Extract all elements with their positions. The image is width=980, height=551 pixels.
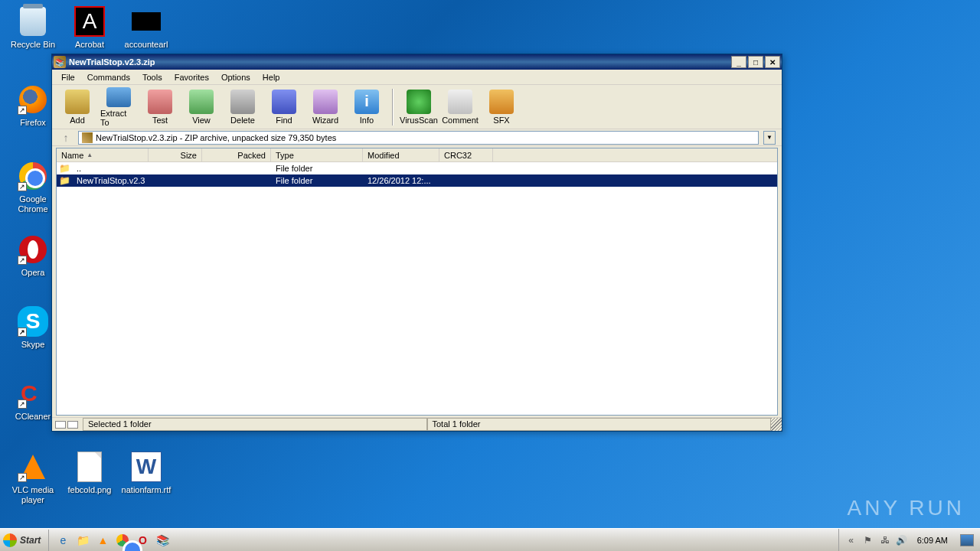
icon-label: febcold.png: [63, 485, 116, 495]
menu-commands[interactable]: Commands: [81, 71, 136, 83]
comment-icon: [448, 90, 472, 114]
menu-file[interactable]: File: [55, 71, 81, 83]
file-icon: [131, 6, 162, 37]
column-type[interactable]: Type: [271, 148, 363, 161]
maximize-button[interactable]: □: [748, 56, 763, 68]
path-input[interactable]: NewTrialStop.v2.3.zip - ZIP archive, unp…: [78, 131, 759, 145]
row-name: NewTrialStop.v2.3: [72, 176, 149, 185]
watermark: ANY RUN: [847, 496, 965, 520]
wizard-icon: [313, 90, 338, 114]
icon-label: Recycle Bin: [6, 40, 60, 50]
tray-expand-icon[interactable]: «: [845, 534, 858, 546]
icon-label: nationfarm.rtf: [119, 485, 173, 495]
column-crc[interactable]: CRC32: [439, 148, 493, 161]
close-button[interactable]: ✕: [765, 56, 780, 68]
delete-icon: [230, 90, 255, 114]
show-desktop-button[interactable]: [960, 534, 974, 546]
list-row-folder[interactable]: 📁 NewTrialStop.v2.3 File folder 12/26/20…: [57, 174, 777, 187]
desktop-icon-nationfarm[interactable]: W nationfarm.rtf: [119, 452, 173, 495]
recycle-bin-icon: [18, 6, 48, 37]
find-icon: [272, 90, 296, 114]
column-size[interactable]: Size: [149, 148, 202, 161]
ql-ie[interactable]: e: [55, 533, 70, 548]
tray-network-icon[interactable]: 🖧: [879, 534, 891, 546]
ql-chrome[interactable]: [115, 533, 130, 548]
add-icon: [65, 90, 90, 114]
firefox-icon: ↗: [18, 84, 48, 115]
desktop-icon-acrobat[interactable]: A Acrobat: [63, 6, 116, 50]
add-button[interactable]: Add: [58, 86, 96, 128]
test-button[interactable]: Test: [141, 86, 179, 128]
desktop-icon-accountearl[interactable]: accountearl: [119, 6, 173, 50]
status-icons: [52, 418, 83, 431]
extract-button[interactable]: Extract To: [100, 86, 138, 128]
sfx-button[interactable]: SFX: [482, 86, 521, 128]
row-type: File folder: [271, 164, 363, 173]
app-icon: 📚: [54, 56, 66, 68]
desktop-icon-febcold[interactable]: febcold.png: [63, 452, 116, 495]
row-name: ..: [72, 164, 149, 173]
window-title: NewTrialStop.v2.3.zip: [69, 57, 731, 67]
file-list: Name▲ Size Packed Type Modified CRC32 📁 …: [56, 148, 778, 416]
column-modified[interactable]: Modified: [363, 148, 439, 161]
virusscan-button[interactable]: VirusScan: [400, 86, 438, 128]
icon-label: VLC media player: [6, 485, 60, 505]
info-icon: i: [354, 90, 379, 114]
sfx-icon: [489, 90, 514, 114]
list-row-parent[interactable]: 📁 .. File folder: [57, 162, 777, 174]
menu-favorites[interactable]: Favorites: [168, 71, 215, 83]
png-file-icon: [74, 452, 105, 482]
chrome-icon: ↗: [18, 161, 48, 191]
titlebar[interactable]: 📚 NewTrialStop.v2.3.zip _ □ ✕: [52, 54, 782, 70]
minimize-button[interactable]: _: [731, 56, 746, 68]
menubar: File Commands Tools Favorites Options He…: [52, 70, 782, 85]
winrar-window: 📚 NewTrialStop.v2.3.zip _ □ ✕ File Comma…: [51, 54, 782, 432]
tray-flag-icon[interactable]: ⚑: [862, 534, 874, 546]
find-button[interactable]: Find: [265, 86, 303, 128]
icon-label: Acrobat: [63, 40, 116, 50]
view-icon: [189, 90, 214, 114]
column-packed[interactable]: Packed: [202, 148, 271, 161]
taskbar: Start e 📁 ▲ O 📚 « ⚑ 🖧 🔊 6:09 AM: [0, 528, 980, 551]
menu-options[interactable]: Options: [215, 71, 256, 83]
wizard-button[interactable]: Wizard: [306, 86, 345, 128]
resize-grip[interactable]: [771, 418, 782, 431]
ql-vlc[interactable]: ▲: [95, 533, 110, 548]
opera-icon: ↗: [18, 234, 48, 265]
folder-up-icon: 📁: [58, 163, 70, 174]
column-name[interactable]: Name▲: [57, 148, 149, 161]
row-modified: 12/26/2012 12:...: [363, 176, 439, 185]
menu-help[interactable]: Help: [256, 71, 286, 83]
delete-button[interactable]: Delete: [224, 86, 262, 128]
menu-tools[interactable]: Tools: [136, 71, 168, 83]
tray-volume-icon[interactable]: 🔊: [896, 534, 908, 546]
icon-label: accountearl: [119, 40, 173, 50]
list-body: 📁 .. File folder 📁 NewTrialStop.v2.3 Fil…: [57, 162, 777, 187]
pathbar: ↑ NewTrialStop.v2.3.zip - ZIP archive, u…: [52, 129, 782, 146]
up-button[interactable]: ↑: [58, 131, 74, 145]
path-dropdown-button[interactable]: ▼: [763, 131, 776, 145]
ql-explorer[interactable]: 📁: [75, 533, 90, 548]
ql-winrar[interactable]: 📚: [155, 533, 170, 548]
row-type: File folder: [271, 176, 363, 185]
acrobat-icon: A: [74, 6, 105, 37]
start-label: Start: [20, 535, 41, 546]
view-button[interactable]: View: [182, 86, 220, 128]
toolbar-separator: [392, 89, 394, 126]
rtf-file-icon: W: [131, 452, 162, 482]
desktop-icon-recycle-bin[interactable]: Recycle Bin: [6, 6, 60, 50]
system-tray: « ⚑ 🖧 🔊 6:09 AM: [838, 529, 980, 551]
info-button[interactable]: iInfo: [348, 86, 386, 128]
path-text: NewTrialStop.v2.3.zip - ZIP archive, unp…: [96, 133, 336, 142]
statusbar: Selected 1 folder Total 1 folder: [52, 417, 782, 431]
desktop-icon-vlc[interactable]: ↗ VLC media player: [6, 452, 60, 505]
folder-icon: 📁: [58, 175, 70, 186]
test-icon: [148, 90, 172, 114]
skype-icon: S↗: [18, 306, 48, 337]
sort-asc-icon: ▲: [87, 152, 93, 158]
vlc-icon: ↗: [18, 452, 48, 482]
clock[interactable]: 6:09 AM: [913, 536, 952, 545]
virus-icon: [407, 90, 431, 114]
start-button[interactable]: Start: [0, 530, 49, 551]
comment-button[interactable]: Comment: [441, 86, 479, 128]
